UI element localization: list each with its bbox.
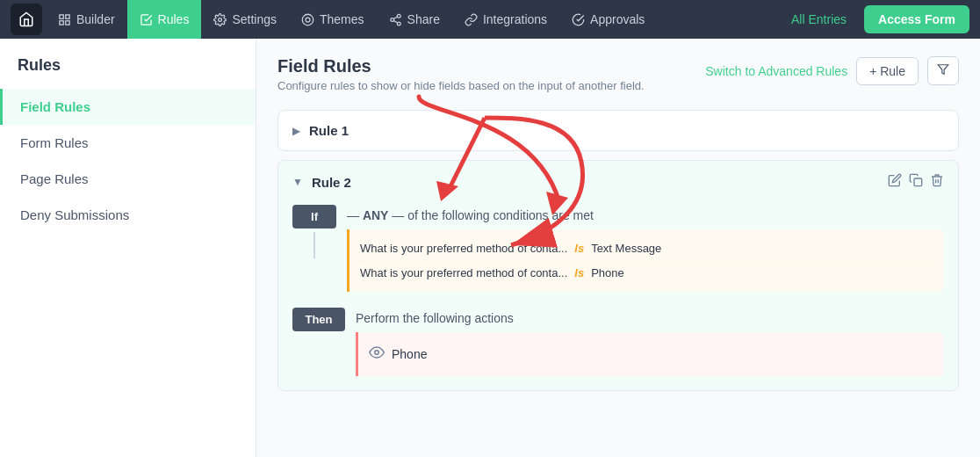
svg-rect-1 xyxy=(66,14,69,18)
rule-2-actions xyxy=(888,173,944,191)
sidebar-item-field-rules[interactable]: Field Rules xyxy=(0,89,256,125)
if-content: — ANY — of the following conditions are … xyxy=(347,203,944,292)
sidebar-item-form-rules[interactable]: Form Rules xyxy=(0,125,256,161)
content-area: Field Rules Configure rules to show or h… xyxy=(256,39,980,457)
sidebar: Rules Field Rules Form Rules Page Rules … xyxy=(0,39,256,457)
svg-point-7 xyxy=(397,14,400,18)
rule-2-block: ▼ Rule 2 If xyxy=(277,160,959,391)
svg-rect-3 xyxy=(66,20,69,24)
all-entries-link[interactable]: All Entries xyxy=(781,12,857,26)
rule-2-body: If — ANY — of the following conditions a… xyxy=(278,203,958,390)
svg-line-11 xyxy=(393,17,397,18)
eye-icon xyxy=(369,345,385,364)
then-badge: Then xyxy=(292,308,345,331)
sidebar-item-page-rules[interactable]: Page Rules xyxy=(0,161,256,197)
home-logo[interactable] xyxy=(11,4,42,35)
svg-point-4 xyxy=(219,18,222,21)
header-actions: Switch to Advanced Rules + Rule xyxy=(705,56,959,85)
svg-point-8 xyxy=(390,18,393,21)
svg-rect-2 xyxy=(60,20,63,24)
if-badge: If xyxy=(292,205,336,228)
sidebar-item-deny-submissions[interactable]: Deny Submissions xyxy=(0,197,256,233)
condition-label: — ANY — of the following conditions are … xyxy=(347,203,944,222)
nav-integrations[interactable]: Integrations xyxy=(452,0,559,39)
sidebar-title: Rules xyxy=(0,56,256,89)
action-row-1: Phone xyxy=(369,339,933,369)
rule-1-header[interactable]: ▶ Rule 1 xyxy=(278,111,958,150)
switch-advanced-link[interactable]: Switch to Advanced Rules xyxy=(705,64,847,78)
condition-row-2: What is your preferred method of conta..… xyxy=(360,260,933,285)
then-content: Perform the following actions Phone xyxy=(356,306,944,376)
rule-1-chevron: ▶ xyxy=(292,125,300,137)
top-navigation: Builder Rules Settings Themes Share Inte… xyxy=(0,0,980,39)
nav-themes[interactable]: Themes xyxy=(289,0,377,39)
rule-2-title: Rule 2 xyxy=(312,175,879,190)
edit-rule-icon[interactable] xyxy=(888,173,902,191)
action-rows: Phone xyxy=(356,332,944,376)
page-title: Field Rules xyxy=(277,56,645,76)
nav-rules[interactable]: Rules xyxy=(127,0,202,39)
then-block: Then Perform the following actions Phone xyxy=(292,306,944,376)
add-rule-button[interactable]: + Rule xyxy=(856,57,919,85)
nav-approvals[interactable]: Approvals xyxy=(559,0,657,39)
nav-builder[interactable]: Builder xyxy=(46,0,127,39)
page-subtitle: Configure rules to show or hide fields b… xyxy=(277,79,645,92)
svg-rect-17 xyxy=(914,178,922,186)
svg-point-18 xyxy=(375,351,379,355)
rule-2-header[interactable]: ▼ Rule 2 xyxy=(278,161,958,203)
nav-share[interactable]: Share xyxy=(377,0,452,39)
svg-point-5 xyxy=(302,14,313,25)
rule-1-title: Rule 1 xyxy=(309,123,944,138)
condition-row-1: What is your preferred method of conta..… xyxy=(360,236,933,260)
filter-button[interactable] xyxy=(927,56,959,85)
main-layout: Rules Field Rules Form Rules Page Rules … xyxy=(0,39,980,457)
if-block: If — ANY — of the following conditions a… xyxy=(292,203,944,292)
rule-2-chevron: ▼ xyxy=(292,176,303,188)
svg-rect-0 xyxy=(60,14,63,18)
condition-rows: What is your preferred method of conta..… xyxy=(347,229,944,292)
svg-point-6 xyxy=(306,18,310,22)
nav-settings[interactable]: Settings xyxy=(201,0,289,39)
rule-1-block: ▶ Rule 1 xyxy=(277,110,959,151)
delete-rule-icon[interactable] xyxy=(930,173,944,191)
copy-rule-icon[interactable] xyxy=(909,173,923,191)
svg-line-10 xyxy=(393,20,397,22)
svg-point-9 xyxy=(397,22,400,25)
svg-marker-16 xyxy=(938,65,948,75)
then-actions-label: Perform the following actions xyxy=(356,306,944,325)
content-header: Field Rules Configure rules to show or h… xyxy=(277,56,959,92)
access-form-button[interactable]: Access Form xyxy=(864,5,969,33)
filter-icon xyxy=(937,63,949,76)
